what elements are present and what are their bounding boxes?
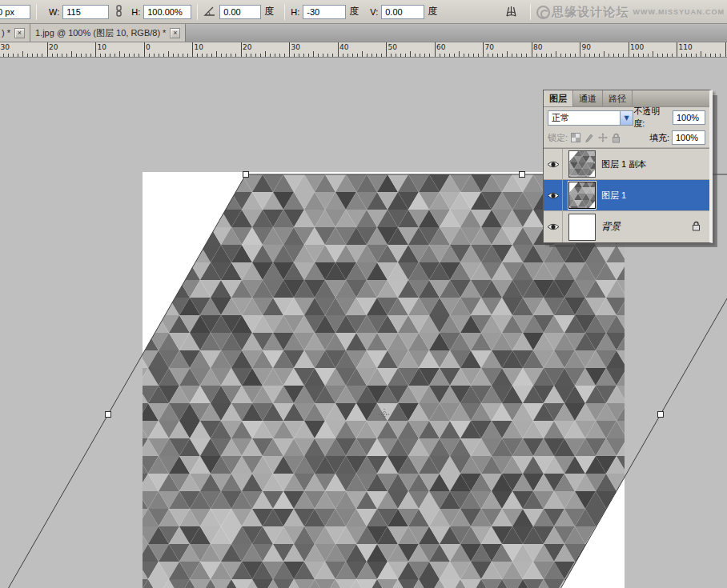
ruler-tick <box>284 54 285 57</box>
fill-field[interactable]: 100% <box>672 130 705 145</box>
ruler-tick <box>604 51 604 57</box>
ruler-tick <box>270 54 271 57</box>
visibility-toggle[interactable] <box>544 149 563 179</box>
lock-move-icon[interactable] <box>598 133 608 142</box>
missyuan-logo-icon <box>536 6 550 19</box>
ruler-number: 80 <box>533 43 542 51</box>
h-skew-field[interactable]: -30 <box>303 5 346 19</box>
layer-thumbnail[interactable] <box>568 150 596 178</box>
ruler-tick <box>8 54 9 57</box>
ruler-tick <box>648 54 649 57</box>
width-field[interactable]: 115 <box>62 5 109 19</box>
ruler-tick <box>134 54 135 57</box>
transform-handle[interactable] <box>520 172 525 178</box>
layer-thumbnail[interactable] <box>568 182 596 209</box>
transform-handle[interactable] <box>243 172 249 178</box>
eye-icon <box>547 191 560 200</box>
rotate-field[interactable]: 0.00 <box>219 5 261 19</box>
document-tab-partial[interactable]: ) * × <box>0 24 30 42</box>
tab-layers[interactable]: 图层 <box>544 90 573 106</box>
ruler-tick <box>105 54 106 57</box>
close-tab-icon[interactable]: × <box>14 28 25 38</box>
ruler-tick <box>372 54 372 57</box>
ruler-tick <box>241 42 242 57</box>
ruler-number: 30 <box>291 43 300 51</box>
horizontal-ruler[interactable]: 302010010203040506070809010011012 <box>0 42 727 58</box>
photoshop-window: 00 px W: 115 H: 100.00% 0.00 度 H: -30 度 … <box>0 0 727 588</box>
warp-mode-icon[interactable] <box>504 6 518 19</box>
layer-row-selected[interactable]: 图层 1 <box>544 180 709 211</box>
blend-mode-select[interactable]: 正常 <box>548 110 633 126</box>
ruler-tick <box>497 54 498 57</box>
ruler-tick <box>144 42 145 57</box>
ruler-tick <box>168 51 169 57</box>
ruler-tick <box>251 54 251 57</box>
ruler-number: 70 <box>485 43 494 51</box>
degree-label: 度 <box>428 5 437 18</box>
transform-handle[interactable] <box>658 412 664 418</box>
close-tab-icon[interactable]: × <box>170 28 180 38</box>
layer-row-copy[interactable]: 图层 1 副本 <box>544 149 709 180</box>
ruler-tick <box>613 54 614 57</box>
v-skew-field[interactable]: 0.00 <box>381 5 424 19</box>
ruler-tick <box>338 42 339 57</box>
ruler-tick <box>275 54 275 57</box>
ruler-tick <box>255 54 256 57</box>
visibility-toggle[interactable] <box>544 211 563 242</box>
visibility-toggle[interactable] <box>544 180 563 210</box>
document-tab-active[interactable]: 1.jpg @ 100% (图层 10, RGB/8) * × <box>30 24 186 42</box>
lock-paint-icon[interactable] <box>584 133 594 142</box>
opacity-label: 不透明度: <box>633 106 670 130</box>
ruler-tick <box>420 54 420 57</box>
ruler-tick <box>66 54 67 57</box>
ruler-tick <box>662 54 663 57</box>
ruler-tick <box>119 51 120 57</box>
ruler-tick <box>594 54 595 57</box>
lock-transparent-icon[interactable] <box>571 133 580 142</box>
ruler-tick <box>27 54 28 57</box>
ruler-number: 110 <box>679 43 693 51</box>
tab-paths[interactable]: 路径 <box>603 90 633 106</box>
ruler-tick <box>352 54 353 57</box>
transform-options-bar: 00 px W: 115 H: 100.00% 0.00 度 H: -30 度 … <box>0 0 727 24</box>
layer-row-background[interactable]: 背景 <box>544 211 709 242</box>
ruler-tick <box>124 54 125 57</box>
ruler-tick <box>22 51 23 57</box>
ruler-tick <box>231 54 231 57</box>
layers-panel: 图层 通道 路径 正常 不透明度: 100% 锁定: 填充: 100% <box>543 90 713 243</box>
ruler-tick <box>100 54 101 57</box>
ruler-tick <box>526 54 527 57</box>
ruler-tick <box>454 54 455 57</box>
layer-thumbnail[interactable] <box>568 214 596 241</box>
ruler-tick <box>386 42 387 57</box>
ruler-number: 90 <box>582 43 591 51</box>
height-field[interactable]: 100.00% <box>143 5 191 19</box>
layer-name[interactable]: 图层 1 <box>601 190 626 202</box>
ruler-tick <box>580 42 580 57</box>
chevron-down-icon[interactable] <box>620 111 633 125</box>
panel-tab-strip: 图层 通道 路径 <box>544 90 709 107</box>
ruler-number: 50 <box>388 43 397 51</box>
ruler-tick <box>565 54 566 57</box>
degree-label: 度 <box>349 5 359 18</box>
ruler-tick <box>381 54 382 57</box>
blend-mode-row: 正常 不透明度: 100% <box>544 107 709 128</box>
ruler-tick <box>459 51 460 57</box>
ruler-tick <box>536 54 537 57</box>
tab-channels[interactable]: 通道 <box>573 90 603 106</box>
ruler-tick <box>546 54 547 57</box>
ruler-tick <box>400 54 401 57</box>
ruler-tick <box>686 54 687 57</box>
transform-handle[interactable] <box>106 412 111 418</box>
ruler-number: 20 <box>243 43 251 51</box>
link-dimensions-icon[interactable] <box>114 5 123 18</box>
lock-all-icon[interactable] <box>612 133 621 143</box>
ruler-tick <box>187 54 188 57</box>
x-position-field[interactable]: 00 px <box>0 5 30 19</box>
ruler-tick <box>323 54 323 57</box>
layer-name[interactable]: 背景 <box>601 220 621 234</box>
opacity-field[interactable]: 100% <box>673 110 705 125</box>
ruler-tick <box>541 54 542 57</box>
layer-name[interactable]: 图层 1 副本 <box>601 158 646 170</box>
width-label: W: <box>49 7 59 17</box>
